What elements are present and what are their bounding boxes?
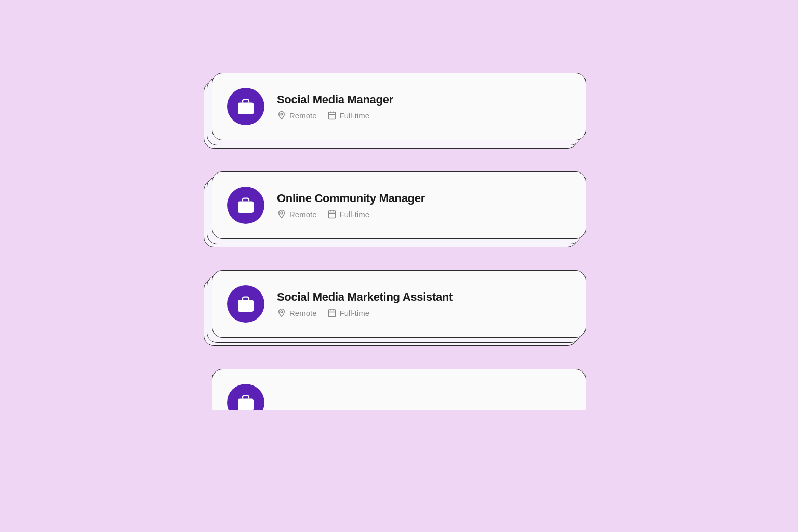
job-location-1: Remote [277,111,317,120]
svg-point-9 [281,212,283,214]
job-card-1[interactable]: Social Media Manager Remote [212,73,586,140]
svg-rect-3 [328,112,336,119]
job-title-1: Social Media Manager [277,93,393,107]
job-info-2: Online Community Manager Remote [277,192,425,219]
job-type-1: Full-time [327,111,370,120]
job-card-stack-2: Online Community Manager Remote [212,171,586,255]
svg-point-16 [281,311,283,313]
job-type-2: Full-time [327,209,370,219]
job-list: Social Media Manager Remote [212,73,586,410]
location-icon [277,111,286,120]
job-card-3[interactable]: Social Media Marketing Assistant Remote [212,270,586,338]
calendar-icon [327,111,337,120]
job-location-3: Remote [277,308,317,317]
job-icon-1 [227,88,264,125]
location-icon-3 [277,308,286,317]
job-meta-3: Remote Full-time [277,308,453,317]
location-icon-2 [277,209,286,219]
briefcase-icon-4 [236,393,255,410]
job-info-3: Social Media Marketing Assistant Remote [277,290,453,317]
job-meta-2: Remote Full-time [277,209,425,219]
svg-rect-17 [328,310,336,317]
job-icon-4 [227,384,264,410]
briefcase-icon-2 [236,196,255,215]
briefcase-icon [236,97,255,116]
briefcase-icon-3 [236,295,255,313]
job-location-2: Remote [277,209,317,219]
calendar-icon-2 [327,209,337,219]
job-info-1: Social Media Manager Remote [277,93,393,120]
job-card-4-partial[interactable] [212,369,586,410]
job-type-3: Full-time [327,308,370,317]
job-icon-3 [227,285,264,323]
calendar-icon-3 [327,308,337,317]
job-card-stack-3: Social Media Marketing Assistant Remote [212,270,586,353]
job-title-2: Online Community Manager [277,192,425,205]
job-card-2[interactable]: Online Community Manager Remote [212,171,586,239]
svg-point-2 [281,113,283,115]
job-meta-1: Remote Full-time [277,111,393,120]
job-title-3: Social Media Marketing Assistant [277,290,453,304]
job-card-stack-1: Social Media Manager Remote [212,73,586,156]
job-icon-2 [227,187,264,224]
svg-rect-10 [328,211,336,218]
job-card-stack-4-partial [212,369,586,410]
